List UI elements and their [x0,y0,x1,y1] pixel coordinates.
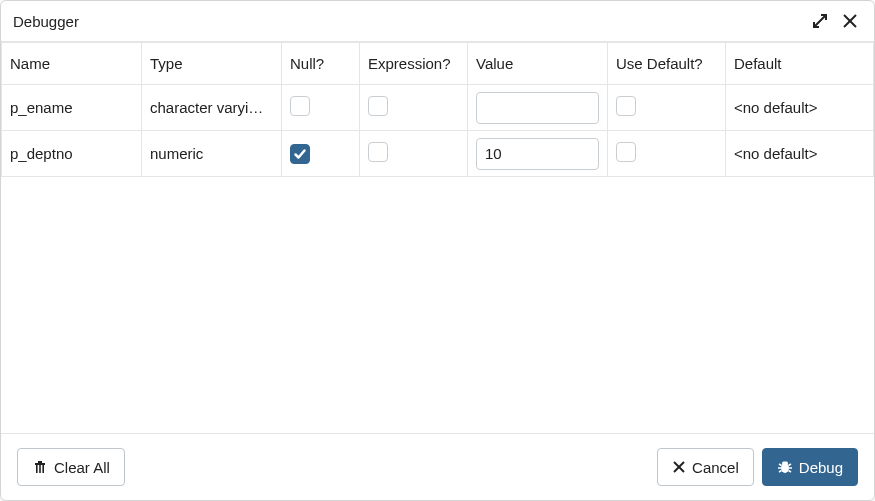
value-input[interactable] [476,92,599,124]
cell-type: character varyi… [142,85,282,131]
null-checkbox[interactable] [290,96,310,116]
svg-rect-3 [39,465,41,473]
expand-icon[interactable] [808,9,832,33]
svg-rect-4 [42,465,44,473]
header-type: Type [142,43,282,85]
svg-line-12 [788,471,791,473]
value-input[interactable] [476,138,599,170]
debug-button[interactable]: Debug [762,448,858,486]
cell-null [282,131,360,177]
table-header-row: Name Type Null? Expression? Value Use De… [2,43,874,85]
header-default: Default [726,43,874,85]
parameters-table: Name Type Null? Expression? Value Use De… [1,42,874,177]
debugger-dialog: Debugger Name Type [0,0,875,501]
cell-value [468,85,608,131]
cell-expression [360,85,468,131]
svg-line-9 [779,464,782,466]
param-name: p_ename [10,99,73,116]
cell-null [282,85,360,131]
svg-line-11 [779,471,782,473]
cancel-label: Cancel [692,459,739,476]
cell-use-default [608,85,726,131]
param-type: numeric [150,145,203,162]
svg-rect-2 [36,465,38,473]
dialog-footer: Clear All Cancel [1,434,874,500]
table-row: p_enamecharacter varyi…<no default> [2,85,874,131]
bug-icon [777,459,793,475]
svg-rect-6 [782,462,788,465]
cell-use-default [608,131,726,177]
trash-icon [32,459,48,475]
expression-checkbox[interactable] [368,142,388,162]
dialog-title: Debugger [13,13,802,30]
clear-all-label: Clear All [54,459,110,476]
cell-name: p_deptno [2,131,142,177]
table-row: p_deptnonumeric<no default> [2,131,874,177]
header-use-default: Use Default? [608,43,726,85]
cell-name: p_ename [2,85,142,131]
cell-default: <no default> [726,85,874,131]
use-default-checkbox[interactable] [616,142,636,162]
null-checkbox[interactable] [290,144,310,164]
cell-expression [360,131,468,177]
svg-line-10 [788,464,791,466]
header-null: Null? [282,43,360,85]
param-name: p_deptno [10,145,73,162]
debug-label: Debug [799,459,843,476]
expression-checkbox[interactable] [368,96,388,116]
cell-default: <no default> [726,131,874,177]
cancel-button[interactable]: Cancel [657,448,754,486]
header-expression: Expression? [360,43,468,85]
x-icon [672,460,686,474]
use-default-checkbox[interactable] [616,96,636,116]
cell-value [468,131,608,177]
svg-rect-0 [35,463,45,465]
titlebar: Debugger [1,1,874,42]
header-name: Name [2,43,142,85]
parameters-table-wrap: Name Type Null? Expression? Value Use De… [1,42,874,434]
default-value: <no default> [734,145,817,162]
default-value: <no default> [734,99,817,116]
header-value: Value [468,43,608,85]
close-icon[interactable] [838,9,862,33]
param-type: character varyi… [150,99,263,116]
svg-rect-1 [38,461,42,463]
cell-type: numeric [142,131,282,177]
clear-all-button[interactable]: Clear All [17,448,125,486]
